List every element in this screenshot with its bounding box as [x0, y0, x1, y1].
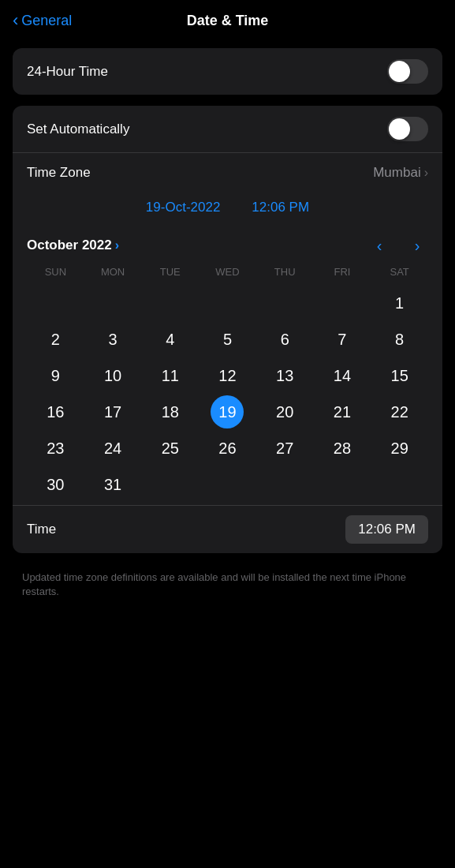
datetime-row: 19-Oct-2022 12:06 PM	[13, 192, 442, 226]
section-24hour: 24-Hour Time	[13, 48, 442, 95]
calendar-day[interactable]: 4	[141, 322, 199, 357]
page-title: Date & Time	[187, 13, 269, 29]
calendar-day[interactable]: 24	[84, 431, 142, 466]
weekday-label: TUE	[141, 261, 199, 282]
calendar-nav: ‹ ›	[368, 234, 428, 256]
calendar-day-empty	[314, 286, 371, 320]
calendar-day[interactable]: 18	[141, 395, 199, 429]
calendar-day[interactable]: 8	[371, 322, 428, 357]
selected-time[interactable]: 12:06 PM	[252, 200, 309, 215]
calendar-day-empty	[256, 286, 314, 320]
calendar-day[interactable]: 6	[256, 322, 314, 357]
calendar-day[interactable]: 20	[256, 395, 314, 429]
calendar-day[interactable]: 27	[256, 431, 314, 466]
calendar-day[interactable]: 7	[314, 322, 371, 357]
nav-bar: ‹ General Date & Time	[0, 0, 455, 37]
weekday-label: SUN	[27, 261, 84, 282]
month-year-chevron-icon: ›	[115, 238, 119, 253]
calendar-weekdays: SUNMONTUEWEDTHUFRISAT	[27, 261, 428, 282]
label-timezone: Time Zone	[27, 165, 91, 181]
calendar-day[interactable]: 28	[314, 431, 371, 466]
back-button[interactable]: ‹ General	[13, 13, 72, 29]
time-row: Time 12:06 PM	[13, 505, 442, 553]
calendar-day[interactable]: 15	[371, 358, 428, 393]
weekday-label: WED	[199, 261, 256, 282]
calendar-day[interactable]: 5	[199, 322, 256, 357]
calendar-day[interactable]: 26	[199, 431, 256, 466]
calendar-day-empty	[141, 286, 199, 320]
calendar-day[interactable]: 1	[371, 286, 428, 320]
calendar: October 2022 › ‹ › SUNMONTUEWEDTHUFRISAT…	[13, 226, 442, 505]
calendar-header: October 2022 › ‹ ›	[27, 226, 428, 261]
section-auto: Set Automatically Time Zone Mumbai › 19-…	[13, 106, 442, 553]
time-value[interactable]: 12:06 PM	[345, 515, 428, 544]
next-month-button[interactable]: ›	[406, 234, 428, 256]
calendar-day[interactable]: 23	[27, 431, 84, 466]
calendar-day[interactable]: 22	[371, 395, 428, 429]
selected-date[interactable]: 19-Oct-2022	[146, 200, 221, 215]
toggle-thumb-24hour	[389, 61, 410, 82]
prev-month-button[interactable]: ‹	[368, 234, 390, 256]
weekday-label: FRI	[314, 261, 371, 282]
value-timezone: Mumbai ›	[373, 165, 428, 181]
chevron-right-icon: ›	[424, 166, 428, 180]
calendar-days: 1234567891011121314151617181920212223242…	[27, 286, 428, 502]
calendar-day[interactable]: 10	[84, 358, 142, 393]
calendar-day-empty	[84, 286, 142, 320]
label-set-automatically: Set Automatically	[27, 122, 129, 137]
toggle-24hour[interactable]	[387, 59, 428, 84]
calendar-day[interactable]: 13	[256, 358, 314, 393]
calendar-day[interactable]: 2	[27, 322, 84, 357]
chevron-left-icon: ‹	[13, 12, 18, 29]
month-year-label[interactable]: October 2022 ›	[27, 238, 119, 253]
weekday-label: SAT	[371, 261, 428, 282]
calendar-day[interactable]: 19	[211, 395, 244, 428]
toggle-thumb-auto	[389, 118, 410, 140]
calendar-day[interactable]: 14	[314, 358, 371, 393]
calendar-grid: SUNMONTUEWEDTHUFRISAT 123456789101112131…	[27, 261, 428, 502]
calendar-day[interactable]: 25	[141, 431, 199, 466]
calendar-day[interactable]: 17	[84, 395, 142, 429]
weekday-label: THU	[256, 261, 314, 282]
footer-note: Updated time zone definitions are availa…	[0, 564, 455, 615]
back-label: General	[21, 13, 72, 29]
calendar-day[interactable]: 16	[27, 395, 84, 429]
row-timezone[interactable]: Time Zone Mumbai ›	[13, 152, 442, 192]
calendar-day-empty	[27, 286, 84, 320]
calendar-day-empty	[199, 286, 256, 320]
calendar-day[interactable]: 3	[84, 322, 142, 357]
weekday-label: MON	[84, 261, 142, 282]
label-24hour: 24-Hour Time	[27, 64, 108, 80]
toggle-set-automatically[interactable]	[387, 117, 428, 141]
row-24hour: 24-Hour Time	[13, 48, 442, 95]
calendar-day[interactable]: 11	[141, 358, 199, 393]
calendar-day[interactable]: 12	[199, 358, 256, 393]
calendar-day[interactable]: 31	[84, 467, 142, 502]
calendar-day[interactable]: 30	[27, 467, 84, 502]
calendar-day[interactable]: 21	[314, 395, 371, 429]
calendar-day[interactable]: 9	[27, 358, 84, 393]
row-set-automatically: Set Automatically	[13, 106, 442, 152]
calendar-day[interactable]: 29	[371, 431, 428, 466]
time-label: Time	[27, 522, 56, 537]
